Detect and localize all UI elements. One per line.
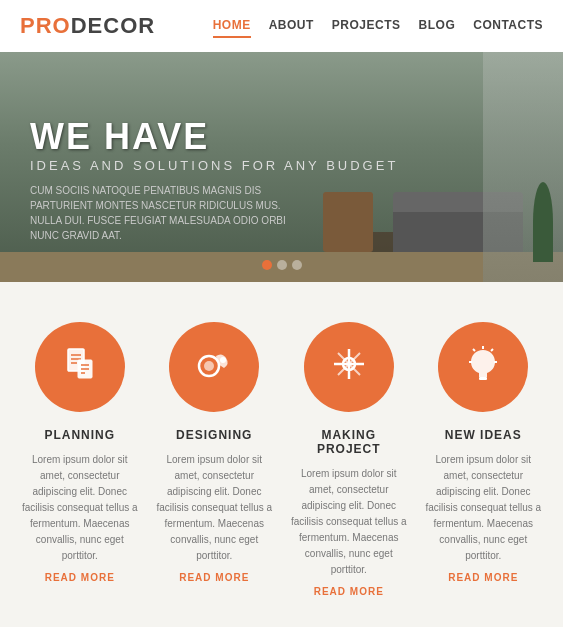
project-read-more[interactable]: READ MORE xyxy=(289,586,409,597)
project-icon xyxy=(329,344,369,390)
hero-tagline: IDEAS AND SOLUTIONS FOR ANY BUDGET xyxy=(30,158,398,173)
logo-decor: DECOR xyxy=(71,13,155,38)
service-project-icon-wrap xyxy=(304,322,394,412)
header: PRODECOR HOME ABOUT PROJECTS BLOG CONTAC… xyxy=(0,0,563,52)
service-designing: DESIGNING Lorem ipsum dolor sit amet, co… xyxy=(155,322,275,597)
svg-point-10 xyxy=(204,361,214,371)
service-ideas-icon-wrap xyxy=(438,322,528,412)
service-ideas-desc: Lorem ipsum dolor sit amet, consectetur … xyxy=(424,452,544,564)
nav-contacts[interactable]: CONTACTS xyxy=(473,14,543,38)
service-project-title: MAKING PROJECT xyxy=(289,428,409,456)
service-planning: PLANNING Lorem ipsum dolor sit amet, con… xyxy=(20,322,140,597)
nav-blog[interactable]: BLOG xyxy=(419,14,456,38)
planning-read-more[interactable]: READ MORE xyxy=(20,572,140,583)
service-making-project: MAKING PROJECT Lorem ipsum dolor sit ame… xyxy=(289,322,409,597)
designing-read-more[interactable]: READ MORE xyxy=(155,572,275,583)
service-designing-title: DESIGNING xyxy=(155,428,275,442)
svg-rect-18 xyxy=(479,377,487,380)
hero-subtitle xyxy=(30,91,398,106)
service-project-desc: Lorem ipsum dolor sit amet, consectetur … xyxy=(289,466,409,578)
lightbulb-icon xyxy=(463,344,503,390)
service-designing-desc: Lorem ipsum dolor sit amet, consectetur … xyxy=(155,452,275,564)
service-ideas-title: NEW IDEAS xyxy=(424,428,544,442)
service-planning-desc: Lorem ipsum dolor sit amet, consectetur … xyxy=(20,452,140,564)
dot-2[interactable] xyxy=(277,260,287,270)
nav: HOME ABOUT PROJECTS BLOG CONTACTS xyxy=(213,14,543,38)
svg-point-17 xyxy=(347,362,351,366)
hero-content: WE HAVE IDEAS AND SOLUTIONS FOR ANY BUDG… xyxy=(0,91,428,243)
dot-1[interactable] xyxy=(262,260,272,270)
service-planning-title: PLANNING xyxy=(20,428,140,442)
nav-projects[interactable]: PROJECTS xyxy=(332,14,401,38)
services-section: PLANNING Lorem ipsum dolor sit amet, con… xyxy=(0,282,563,627)
dot-3[interactable] xyxy=(292,260,302,270)
svg-line-20 xyxy=(491,349,493,351)
svg-line-22 xyxy=(473,349,475,351)
hero-title: WE HAVE xyxy=(30,116,398,158)
hero-description: CUM SOCIIS NATOQUE PENATIBUS MAGNIS DIS … xyxy=(30,183,310,243)
service-planning-icon-wrap xyxy=(35,322,125,412)
logo-pro: PRO xyxy=(20,13,71,38)
plant-decoration xyxy=(533,182,553,262)
service-designing-icon-wrap xyxy=(169,322,259,412)
svg-point-11 xyxy=(220,357,226,363)
planning-icon xyxy=(60,344,100,390)
designing-icon xyxy=(194,344,234,390)
logo: PRODECOR xyxy=(20,13,155,39)
ideas-read-more[interactable]: READ MORE xyxy=(424,572,544,583)
nav-about[interactable]: ABOUT xyxy=(269,14,314,38)
hero-dots xyxy=(262,260,302,270)
nav-home[interactable]: HOME xyxy=(213,14,251,38)
services-grid: PLANNING Lorem ipsum dolor sit amet, con… xyxy=(20,322,543,597)
service-new-ideas: NEW IDEAS Lorem ipsum dolor sit amet, co… xyxy=(424,322,544,597)
hero-section: WE HAVE IDEAS AND SOLUTIONS FOR ANY BUDG… xyxy=(0,52,563,282)
